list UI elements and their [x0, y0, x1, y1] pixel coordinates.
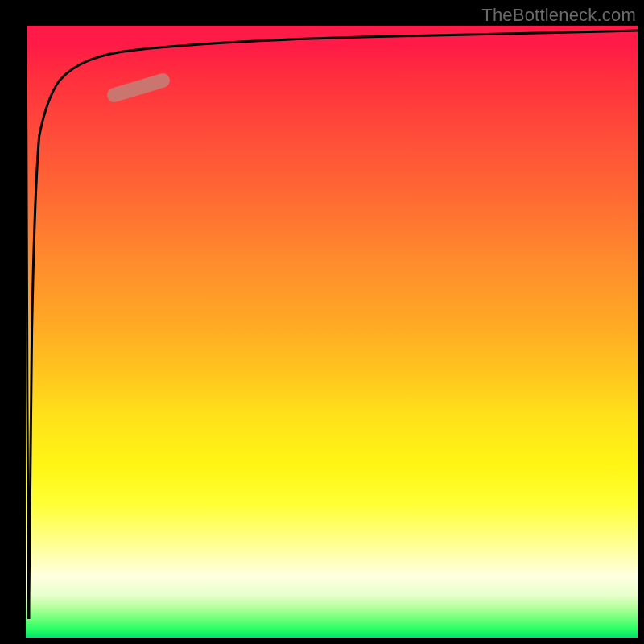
- chart-plot-area: [26, 26, 638, 638]
- watermark-text: TheBottleneck.com: [481, 5, 636, 26]
